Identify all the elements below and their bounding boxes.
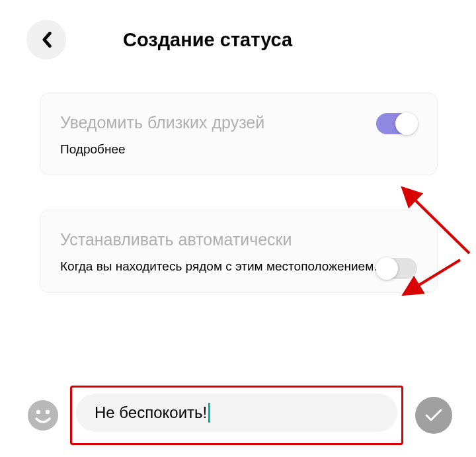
page-title: Создание статуса <box>123 29 292 51</box>
toggle-knob <box>376 257 398 280</box>
check-icon <box>424 408 443 423</box>
input-row: Не беспокоить! <box>28 386 452 445</box>
smile-icon <box>28 400 58 431</box>
card-auto-sub: Когда вы находитесь рядом с этим местопо… <box>60 258 417 275</box>
svg-point-1 <box>36 410 40 414</box>
toggle-notify-friends[interactable] <box>376 113 417 134</box>
status-text-value: Не беспокоить! <box>95 403 207 422</box>
card-notify-friends: Уведомить близких друзей Подробнее <box>40 93 438 175</box>
header: Создание статуса <box>0 0 476 73</box>
emoji-button[interactable] <box>28 400 58 431</box>
submit-button[interactable] <box>415 397 452 434</box>
toggle-auto-set[interactable] <box>376 258 417 279</box>
card-notify-title: Уведомить близких друзей <box>60 112 311 134</box>
svg-point-2 <box>46 410 50 414</box>
back-button[interactable] <box>26 20 66 60</box>
card-auto-title: Устанавливать автоматически <box>60 229 311 251</box>
card-notify-sub[interactable]: Подробнее <box>60 141 417 158</box>
chevron-left-icon <box>42 32 52 48</box>
svg-point-0 <box>28 400 58 431</box>
card-auto-set: Устанавливать автоматически Когда вы нах… <box>40 210 438 292</box>
input-highlight-box: Не беспокоить! <box>70 386 403 445</box>
status-text-input[interactable]: Не беспокоить! <box>76 394 397 432</box>
text-cursor <box>208 403 210 423</box>
toggle-knob <box>395 112 418 135</box>
